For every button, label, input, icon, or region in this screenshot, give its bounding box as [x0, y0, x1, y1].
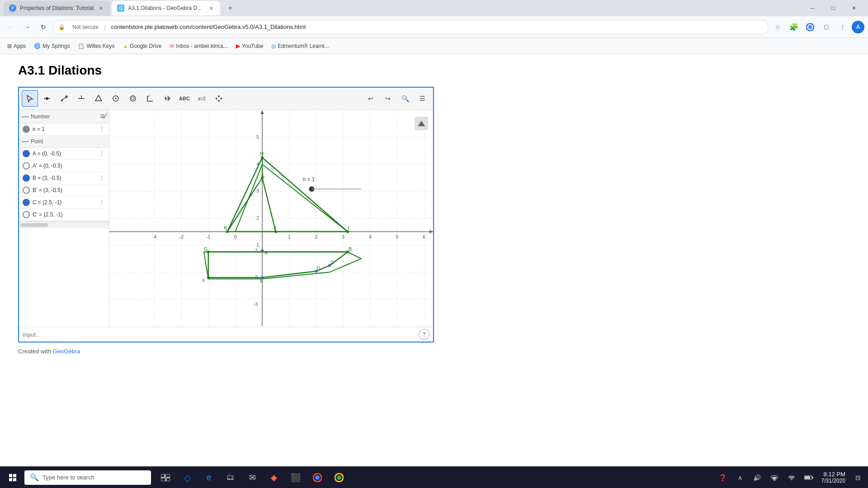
chrome-button[interactable] — [803, 20, 817, 34]
algebra-scrollbar[interactable] — [19, 221, 109, 228]
bookmark-willes-keys[interactable]: 📋 Willes Keys — [74, 41, 118, 51]
svg-point-103 — [315, 475, 320, 480]
tab-1-close[interactable]: ✕ — [97, 5, 104, 12]
settings-button[interactable]: ⋮ — [835, 20, 850, 34]
bookmark-my-springs[interactable]: 🌀 My Springs — [30, 41, 73, 51]
minimize-button[interactable]: ─ — [802, 0, 823, 16]
task-view-button[interactable] — [156, 468, 175, 488]
menu-button[interactable]: ☰ — [414, 90, 430, 107]
network-icon[interactable] — [766, 469, 783, 486]
taskbar-right: ❓ ∧ 🔊 8:12 PM 7/31/2020 ⊟ — [715, 469, 866, 486]
tool-polygon[interactable] — [90, 90, 107, 107]
input-bar: ? — [19, 327, 433, 342]
sort-icon[interactable]: ≡∕ — [100, 112, 106, 121]
svg-rect-96 — [9, 478, 12, 481]
svg-point-90 — [315, 270, 317, 272]
tab-1[interactable]: P Properties of Dilations: Tutorial ✕ — [4, 1, 110, 15]
tool-text[interactable]: ABC — [176, 90, 193, 107]
address-bar[interactable]: 🔒 Not secure | contentstore.ple.platoweb… — [52, 20, 769, 34]
svg-point-1 — [808, 25, 812, 29]
tool-select[interactable] — [22, 90, 38, 107]
algebra-item-B[interactable]: B = (3, -0.5) ⋮ — [19, 172, 109, 184]
algebra-item-A[interactable]: A = (0, -0.5) ⋮ — [19, 148, 109, 160]
input-field[interactable] — [23, 331, 419, 338]
graph-canvas[interactable]: -2 -1 0 1 2 3 4 5 6 — [109, 110, 433, 327]
tool-line[interactable] — [56, 90, 72, 107]
wifi-icon[interactable] — [783, 469, 800, 486]
algebra-item-A-prime[interactable]: A' = (0, -0.5) — [19, 160, 109, 172]
svg-text:G: G — [204, 246, 208, 252]
bookmark-apps[interactable]: ⊞ Apps — [4, 41, 29, 51]
tab-1-title: Properties of Dilations: Tutorial — [20, 5, 94, 11]
panel-icon: — — [22, 113, 29, 121]
search-tool[interactable]: 🔍 — [397, 90, 413, 107]
svg-text:5: 5 — [396, 234, 398, 239]
bookmark-edmentum[interactable]: ◎ Edmentum® Learni... — [268, 41, 333, 51]
scroll-thumb[interactable] — [21, 223, 48, 227]
C-menu[interactable]: ⋮ — [98, 199, 105, 206]
tab-2[interactable]: G A3.1 Dilations - GeoGebra Dyna... ✕ — [112, 1, 220, 15]
expand-icon[interactable]: ∧ — [732, 469, 748, 486]
svg-point-2 — [46, 97, 48, 100]
tool-move[interactable] — [211, 90, 227, 107]
apps-label: Apps — [14, 43, 26, 49]
help-button[interactable]: ? — [419, 329, 429, 340]
algebra-item-B-prime[interactable]: B' = (3, -0.5) — [19, 184, 109, 197]
redo-button[interactable]: ↪ — [380, 90, 396, 107]
star-button[interactable]: ☆ — [770, 20, 785, 34]
svg-rect-94 — [9, 474, 12, 477]
extension-button2[interactable]: ⬡ — [819, 20, 834, 34]
geogebra-link[interactable]: GeoGebra — [53, 348, 80, 355]
notification-button[interactable]: ⊟ — [850, 469, 866, 486]
url-text: contentstore.ple.platoweb.com/content/Ge… — [111, 23, 763, 30]
mail-button[interactable]: ✉ — [242, 468, 262, 488]
volume-icon[interactable]: 🔊 — [749, 469, 765, 486]
youtube-label: YouTube — [242, 43, 263, 49]
B-menu[interactable]: ⋮ — [98, 174, 105, 182]
profile-button[interactable]: A — [852, 21, 864, 33]
tool-point[interactable] — [39, 90, 55, 107]
tool-circle2[interactable] — [125, 90, 141, 107]
bookmark-youtube[interactable]: ▶ YouTube — [232, 41, 267, 51]
tool-reflect[interactable] — [159, 90, 175, 107]
dropbox-button[interactable]: ◇ — [177, 468, 197, 488]
undo-button[interactable]: ↩ — [363, 90, 379, 107]
forward-button[interactable]: → — [20, 20, 34, 34]
back-button[interactable]: ← — [4, 20, 18, 34]
refresh-button[interactable]: ↻ — [36, 20, 51, 34]
algebra-item-C[interactable]: C = (2.5, -1) ⋮ — [19, 197, 109, 209]
krita-button[interactable]: ◆ — [264, 468, 284, 488]
maximize-button[interactable]: □ — [823, 0, 844, 16]
svg-rect-97 — [13, 478, 16, 481]
tool-circle[interactable] — [108, 90, 124, 107]
files-button[interactable]: 🗂 — [221, 468, 241, 488]
point-collapse: — — [22, 137, 29, 145]
svg-text:1: 1 — [288, 234, 291, 239]
tool-slider[interactable]: a=2 — [193, 90, 210, 107]
battery-icon[interactable] — [801, 469, 817, 486]
bookmark-inbox[interactable]: ✉ Inbox - amber.kinca... — [166, 41, 231, 51]
n-menu[interactable]: ⋮ — [98, 126, 105, 133]
tool-perpendicular[interactable] — [73, 90, 90, 107]
svg-text:2: 2 — [256, 215, 259, 221]
A-menu[interactable]: ⋮ — [98, 150, 105, 157]
bookmark-google-drive[interactable]: ▲ Google Drive — [119, 41, 165, 51]
tool-angle[interactable] — [142, 90, 158, 107]
tab-2-close[interactable]: ✕ — [208, 5, 215, 12]
system-clock[interactable]: 8:12 PM 7/31/2020 — [818, 471, 849, 484]
help-sys-icon[interactable]: ❓ — [715, 469, 731, 486]
B-label: B = (3, -0.5) — [33, 175, 95, 181]
pipe-separator: | — [104, 23, 105, 30]
chrome-taskbar-button[interactable] — [307, 468, 327, 488]
search-bar[interactable]: 🔍 Type here to search — [24, 470, 151, 485]
chrome2-taskbar-button[interactable] — [329, 468, 349, 488]
close-button[interactable]: ✕ — [844, 0, 864, 16]
extensions-button[interactable]: 🧩 — [787, 20, 801, 34]
new-tab-button[interactable]: + — [224, 2, 236, 14]
algebra-item-C-prime[interactable]: C' = (2.5, -1) — [19, 209, 109, 221]
algebra-item-n[interactable]: n = 1 ⋮ — [19, 123, 109, 136]
minecraft-button[interactable]: ⬛ — [286, 468, 306, 488]
svg-point-91 — [261, 276, 264, 279]
edge-button[interactable]: e — [199, 468, 219, 488]
start-button[interactable] — [2, 467, 24, 488]
